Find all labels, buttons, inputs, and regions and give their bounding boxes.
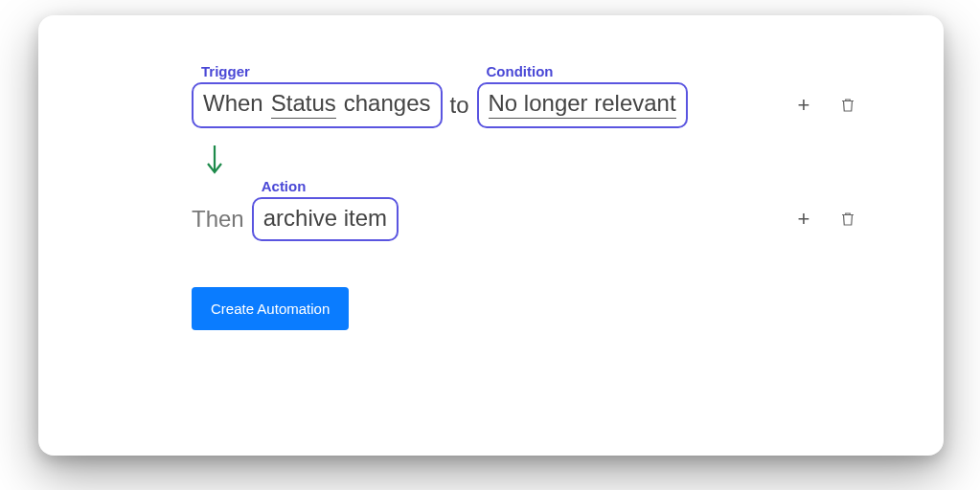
condition-label: Condition	[487, 63, 554, 79]
trigger-joiner: to	[450, 92, 469, 119]
plus-icon[interactable]	[794, 96, 813, 115]
trash-icon[interactable]	[838, 96, 857, 115]
trigger-condition-row: Trigger When Status changes to Condition…	[192, 82, 886, 128]
condition-pill[interactable]: Condition No longer relevant	[477, 82, 688, 128]
action-prefix: Then	[192, 206, 244, 233]
create-automation-button[interactable]: Create Automation	[192, 287, 349, 330]
action-value[interactable]: archive item	[263, 205, 387, 232]
trigger-field[interactable]: Status	[271, 90, 336, 119]
action-row: Then Action archive item	[192, 197, 886, 241]
action-label: Action	[262, 178, 307, 194]
trigger-prefix: When	[203, 90, 263, 117]
trash-icon[interactable]	[838, 210, 857, 229]
trigger-verb: changes	[344, 90, 431, 117]
action-pill[interactable]: Action archive item	[252, 197, 399, 241]
trigger-row-controls	[794, 96, 857, 115]
action-row-controls	[794, 210, 857, 229]
condition-value[interactable]: No longer relevant	[489, 90, 676, 119]
trigger-text: When Status changes	[203, 90, 431, 119]
trigger-pill[interactable]: Trigger When Status changes	[192, 82, 443, 128]
arrow-down-icon	[203, 144, 886, 180]
automation-builder-card: Trigger When Status changes to Condition…	[38, 15, 944, 456]
plus-icon[interactable]	[794, 210, 813, 229]
trigger-label: Trigger	[201, 63, 250, 79]
